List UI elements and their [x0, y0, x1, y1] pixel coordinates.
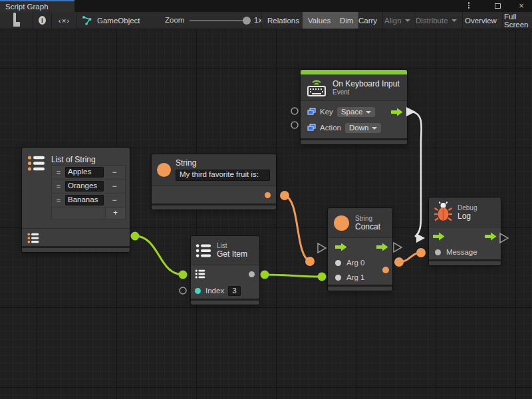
node-title: Get Item [217, 249, 247, 259]
node-footer [191, 299, 259, 305]
lock-button[interactable] [0, 12, 33, 29]
action-port-label: Action [320, 124, 341, 132]
node-get-item[interactable]: List Get Item Index 3 [191, 236, 259, 305]
chevron-down-icon [366, 111, 371, 114]
node-string-concat[interactable]: String Concat Arg 0 Arg 1 [328, 208, 392, 291]
script-graph-window: Script Graph × i ‹×› GameObject [0, 0, 532, 399]
remove-item-button[interactable]: − [104, 196, 125, 205]
enum-icon [307, 124, 316, 132]
drag-handle-icon[interactable]: = [52, 168, 65, 176]
wire-getitem-to-concat[interactable] [265, 275, 322, 277]
control-output-port[interactable] [391, 108, 403, 116]
control-input-port[interactable] [433, 232, 445, 241]
node-string-literal[interactable]: String My third favorite fruit is: [152, 154, 276, 209]
list-item-row: = Apples − [52, 166, 125, 180]
zoom-slider-thumb[interactable] [243, 17, 251, 25]
window-menu-icon[interactable] [464, 1, 474, 11]
enum-icon [307, 108, 316, 116]
info-icon: i [39, 16, 46, 25]
keyboard-icon [306, 78, 327, 98]
wire-list-to-getitem[interactable] [135, 236, 183, 275]
node-title: On Keyboard Input [332, 79, 400, 88]
list-icon [27, 154, 45, 172]
list-item-row: = Bananas − [52, 194, 125, 207]
node-category: String [355, 215, 380, 222]
list-item-field[interactable]: Oranges [65, 181, 104, 192]
gameobject-target-button[interactable]: GameObject [77, 12, 170, 29]
index-field[interactable]: 3 [228, 286, 240, 296]
index-label: Index [205, 287, 224, 295]
close-icon[interactable]: × [516, 1, 527, 11]
event-accent-bar [301, 70, 407, 74]
key-port-label: Key [320, 108, 333, 116]
wire-string-to-concat[interactable] [285, 196, 310, 261]
node-title: String [176, 158, 270, 168]
item-output-port[interactable] [249, 271, 255, 277]
wire-endpoint [179, 271, 188, 279]
node-footer [22, 246, 130, 252]
wire-endpoint [261, 271, 269, 279]
tab-script-graph[interactable]: Script Graph [0, 0, 74, 12]
fullscreen-button[interactable]: Full Screen [499, 12, 532, 29]
arg1-input-port[interactable] [335, 275, 341, 281]
overview-button[interactable]: Overview [460, 12, 503, 29]
script-graph-icon [82, 16, 92, 25]
message-input-port[interactable] [435, 249, 441, 255]
key-dropdown[interactable]: Space [337, 107, 376, 117]
wire-endpoint [318, 273, 327, 281]
node-footer [328, 285, 392, 291]
control-input-port[interactable] [335, 243, 347, 251]
unconnected-value-hint [180, 287, 186, 294]
drag-handle-icon[interactable]: = [52, 182, 65, 190]
list-input-port[interactable] [195, 269, 205, 279]
bug-icon [434, 201, 452, 223]
drag-handle-icon[interactable]: = [52, 196, 65, 204]
arg0-input-port[interactable] [335, 260, 341, 266]
action-dropdown[interactable]: Down [345, 123, 381, 133]
remove-item-button[interactable]: − [104, 182, 125, 191]
info-button[interactable]: i [33, 12, 52, 29]
string-value-field[interactable]: My third favorite fruit is: [176, 170, 270, 181]
wire-end-arrow [416, 233, 425, 243]
node-debug-log[interactable]: Debug Log Message [429, 198, 501, 265]
list-item-field[interactable]: Apples [65, 167, 104, 178]
wire-endpoint [280, 191, 289, 200]
wire-endpoint [131, 232, 140, 241]
message-label: Message [446, 248, 477, 256]
unconnected-control-out-hint [394, 243, 402, 252]
string-output-port[interactable] [265, 192, 271, 198]
wire-concat-to-log[interactable] [399, 253, 421, 262]
node-category: List [217, 242, 247, 249]
values-button[interactable]: Values [303, 12, 336, 29]
unconnected-control-in-hint [318, 243, 326, 253]
list-output-port[interactable] [27, 232, 39, 244]
relations-button[interactable]: Relations [261, 12, 305, 29]
graph-toolbar: i ‹×› GameObject Zoom 1x Relations Value… [0, 12, 532, 29]
control-output-port[interactable] [376, 243, 388, 251]
index-input-port[interactable] [195, 288, 201, 294]
maximize-icon[interactable] [492, 1, 503, 11]
wire-endpoint [305, 257, 315, 266]
result-output-port[interactable] [382, 267, 389, 273]
wire-endpoint [394, 257, 404, 267]
add-item-button[interactable]: + [106, 207, 125, 219]
wire-control-keyboard-to-log[interactable] [412, 112, 422, 237]
node-footer [429, 259, 501, 265]
control-output-port[interactable] [485, 232, 497, 241]
string-list-editor: = Apples − = Oranges − = Bananas − [52, 166, 125, 219]
zoom-slider-track[interactable] [190, 20, 247, 21]
code-view-button[interactable]: ‹×› [52, 12, 77, 29]
distribute-dropdown-button[interactable]: Distribute [410, 12, 463, 29]
node-on-keyboard-input[interactable]: On Keyboard Input Event Key Space [301, 70, 407, 144]
string-type-icon [334, 215, 349, 231]
zoom-label: Zoom [165, 16, 184, 24]
node-title: List of String [51, 155, 96, 164]
unconnected-value-hint [291, 122, 298, 128]
node-list-of-string[interactable]: List of String = Apples − = Oranges − = [22, 148, 130, 252]
node-subtitle: Event [332, 88, 400, 96]
remove-item-button[interactable]: − [104, 168, 125, 177]
graph-canvas[interactable]: On Keyboard Input Event Key Space [0, 29, 532, 399]
wire-start-arrow [406, 107, 416, 116]
string-type-icon [157, 163, 171, 177]
list-item-field[interactable]: Bananas [65, 195, 104, 205]
